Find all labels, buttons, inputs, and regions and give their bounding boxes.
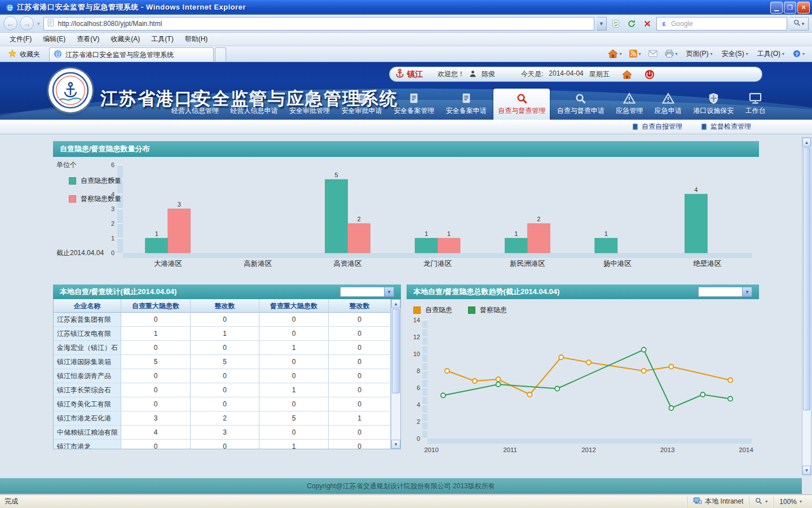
table-row[interactable]: 镇江李长荣综合石0010 [54,383,391,397]
nav-item-8[interactable]: 应急管理 [611,89,647,120]
company-name-cell: 镇江恒泰沥青产品 [54,369,121,383]
favorites-button[interactable]: 收藏夹 [2,47,46,61]
table-row[interactable]: 镇江奇美化工有限0000 [54,397,391,411]
svg-text:1: 1 [425,230,428,237]
nav-item-4[interactable]: 安全备案管理 [389,89,439,120]
print-button[interactable]: ▾ [662,48,681,60]
table-row[interactable]: 中储粮镇江粮油有限4300 [54,426,391,440]
subnav-item-1[interactable]: 监督检查管理 [700,122,751,132]
feeds-button[interactable]: ▾ [626,48,644,60]
search-icon [575,92,586,104]
search-box[interactable]: g Google [656,17,787,30]
maximize-button[interactable]: ❐ [784,2,796,14]
value-cell: 0 [259,355,329,369]
legend-swatch-icon [468,306,475,314]
nav-item-10[interactable]: 港口设施保安 [689,89,738,120]
logout-icon[interactable] [645,69,655,80]
table-row[interactable]: 镇江市港龙石化港3251 [54,411,391,426]
svg-text:2: 2 [537,216,540,222]
svg-text:14: 14 [413,317,420,323]
table-scroll-thumb[interactable] [392,309,400,393]
minimize-button[interactable]: ▁ [770,2,783,14]
svg-text:龙门港区: 龙门港区 [423,260,452,268]
table-row[interactable]: 镇江市港龙0010 [54,440,391,449]
table-row[interactable]: 镇江港国际集装箱5500 [54,355,391,369]
page-scroll-down-button[interactable]: ▼ [802,466,811,475]
table-scroll-down-button[interactable]: ▼ [391,440,400,449]
svg-text:0: 0 [417,435,420,442]
value-cell: 0 [329,440,391,449]
menu-item-1[interactable]: 编辑(E) [38,33,70,46]
nav-item-6[interactable]: 自查与督查管理 [493,89,550,120]
dropdown-arrow-icon[interactable]: ▼ [742,287,752,296]
menu-item-5[interactable]: 帮助(H) [180,33,213,46]
warning-icon [662,92,674,104]
home-shortcut-icon[interactable] [622,70,632,79]
page-scrollbar[interactable]: ▲ ▼ [802,137,811,475]
trend-filter-dropdown[interactable]: ▼ [698,287,752,297]
svg-text:8: 8 [417,367,420,374]
monitor-icon [749,92,762,104]
zoom-button[interactable]: ▾ [749,497,773,507]
menu-item-3[interactable]: 收藏夹(A) [105,33,145,46]
stats-table-header: 企业名称自查重大隐患数整改数督查重大隐患数整改数 [54,299,391,313]
nav-item-1[interactable]: 经营人信息申请 [226,89,283,120]
compatibility-view-button[interactable] [609,17,623,30]
dropdown-arrow-icon[interactable]: ▼ [384,287,394,296]
value-cell: 0 [329,355,391,369]
zoom-level[interactable]: 100%▾ [773,497,807,507]
address-dropdown-button[interactable]: ▼ [597,17,607,30]
new-tab-button[interactable] [215,47,226,62]
nav-item-2[interactable]: 安全审批管理 [285,89,334,120]
forward-button[interactable]: → [20,16,34,30]
bar-chart: 012345613大港港区高新港区52高资港区11龙门港区12新民洲港区1扬中港… [53,157,759,272]
subnav-item-0[interactable]: 自查自报管理 [632,122,682,132]
stats-filter-dropdown[interactable]: ▼ [340,287,394,297]
menu-item-0[interactable]: 文件(F) [5,33,37,46]
sub-nav: 自查自报管理监督检查管理 [0,120,812,134]
command-bar: ▾ ▾ ▾ 页面(P) ▾安全(S) ▾工具(O) ▾ ?▾ [605,46,810,62]
table-scrollbar[interactable]: ▲ ▼ [391,299,400,449]
read-mail-button[interactable] [646,49,660,60]
value-cell: 3 [191,426,259,439]
svg-text:2: 2 [111,220,114,227]
command-button-2[interactable]: 工具(O) ▾ [753,47,788,61]
page-scroll-up-button[interactable]: ▲ [802,138,811,147]
nav-item-7[interactable]: 自查与督查申请 [553,89,609,120]
table-row[interactable]: 金海宏业（镇江）石0010 [54,341,391,355]
legend-label: 督察隐患 [480,305,507,315]
table-row[interactable]: 江苏镇江发电有限1100 [54,327,391,341]
value-cell: 1 [259,341,329,354]
nav-item-0[interactable]: 经营人信息管理 [167,89,223,120]
menu-item-2[interactable]: 查看(V) [72,33,104,46]
menu-item-4[interactable]: 工具(T) [146,33,178,46]
table-row[interactable]: 江苏索普集团有限0000 [54,313,391,327]
table-row[interactable]: 镇江恒泰沥青产品0000 [54,369,391,383]
home-button[interactable]: ▾ [605,47,625,61]
back-button[interactable]: ← [3,16,17,30]
bar-legend: 自查隐患数量督察隐患数量 [69,176,121,204]
nav-item-3[interactable]: 安全审批申请 [337,89,387,120]
nav-label: 安全备案管理 [394,106,434,116]
page-tab[interactable]: 江苏省港口安全监管与应急管理系统 [49,47,214,62]
history-dropdown[interactable]: ▾ [36,21,41,27]
command-button-0[interactable]: 页面(P) ▾ [682,47,717,61]
stop-button[interactable] [641,17,654,30]
command-button-1[interactable]: 安全(S) ▾ [718,47,752,61]
close-button[interactable]: ✕ [797,2,810,14]
table-scroll-up-button[interactable]: ▲ [391,299,400,308]
nav-item-11[interactable]: 工作台 [741,89,770,120]
page-scroll-thumb[interactable] [803,147,810,410]
nav-label: 自查与督查申请 [557,106,604,116]
legend-label: 自查隐患数量 [81,176,121,186]
company-name-cell: 金海宏业（镇江）石 [54,341,121,354]
nav-item-5[interactable]: 安全备案申请 [442,89,491,120]
value-cell: 0 [259,327,329,340]
search-button[interactable]: ▾ [789,17,809,30]
legend-label: 督察隐患数量 [81,194,121,204]
help-button[interactable]: ?▾ [790,48,807,60]
nav-item-9[interactable]: 应急申请 [650,89,686,120]
refresh-button[interactable] [625,17,638,30]
rss-icon [629,50,637,59]
address-field[interactable]: http://localhost:8080/yjpt/Main.html [43,17,594,30]
